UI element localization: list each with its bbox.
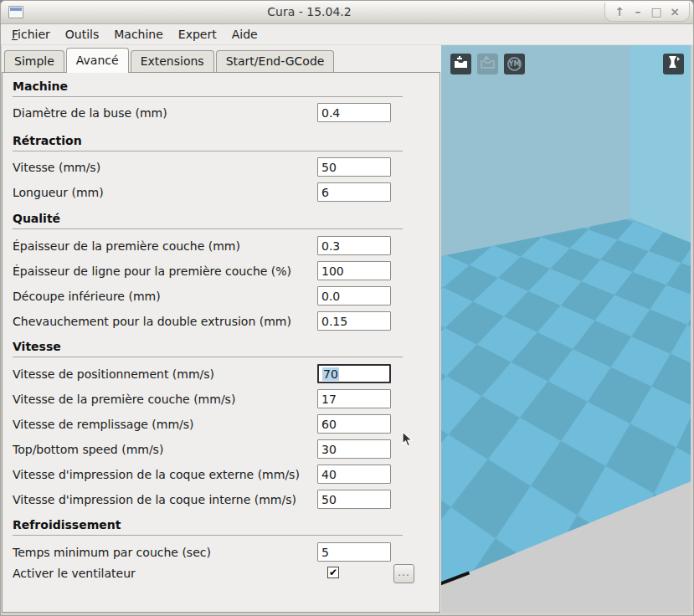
share-youmagine-button[interactable]: YM [504,54,525,74]
tab-extensions[interactable]: Extensions [131,50,214,72]
load-model-button[interactable] [450,54,471,74]
section-divider [13,96,403,97]
section-title-machine: Machine [13,80,68,93]
menu-aide[interactable]: Aide [224,26,265,43]
section-divider [13,357,403,357]
bottom-layer-speed-input[interactable] [317,389,391,408]
menu-bar: Fichier Outils Machine Expert Aide [1,24,693,45]
title-bar[interactable]: Cura - 15.04.2 ↑ – □ × [1,1,693,24]
section-title-qualite: Qualité [13,212,60,225]
section-title-vitesse: Vitesse [13,340,61,353]
section-divider [13,151,403,151]
label-infill-speed: Vitesse de remplissage (mm/s) [13,418,194,431]
inner-shell-speed-input[interactable] [317,490,391,509]
label-dual-extrusion-overlap: Chevauchement pour la double extrusion (… [13,315,291,328]
label-topbottom-speed: Top/bottom speed (mm/s) [13,443,163,456]
nozzle-diameter-input[interactable] [317,103,391,122]
label-enable-fan: Activer le ventilateur [13,567,136,580]
outer-shell-speed-input[interactable] [317,465,391,484]
window-controls: ↑ – □ × [604,3,690,22]
label-initial-layer-thickness: Épaisseur de la première couche (mm) [13,239,240,253]
maximize-button[interactable]: □ [647,5,666,18]
menu-fichier[interactable]: Fichier [4,26,58,43]
tab-avance[interactable]: Avancé [66,48,129,73]
label-retraction-length: Longueur (mm) [13,186,104,199]
label-minimal-layer-time: Temps minimum par couche (sec) [13,546,211,559]
label-initial-layer-line-width: Épaisseur de ligne pour la première couc… [13,264,291,278]
section-divider [13,228,403,229]
retraction-length-input[interactable] [317,182,391,202]
label-retraction-speed: Vitesse (mm/s) [13,161,100,174]
view-mode-icon [666,54,681,74]
selected-text: 70 [322,367,339,381]
load-model-icon [453,54,469,74]
label-bottom-layer-speed: Vitesse de la première couche (mm/s) [13,393,235,406]
youmagine-icon: YM [507,57,522,71]
menu-machine[interactable]: Machine [106,26,171,43]
tab-start-end-gcode[interactable]: Start/End-GCode [216,50,335,72]
section-title-retraction: Rétraction [13,134,82,147]
retraction-speed-input[interactable] [317,157,391,177]
viewport-3d[interactable]: YM [441,45,691,613]
infill-speed-input[interactable] [317,414,391,434]
menu-outils[interactable]: Outils [58,26,106,43]
menu-expert[interactable]: Expert [171,26,224,43]
minimize-button[interactable]: – [629,5,647,18]
label-cut-off-bottom: Découpe inférieure (mm) [13,290,161,303]
view-mode-button[interactable] [663,54,684,74]
label-nozzle-diameter: Diamètre de la buse (mm) [13,106,167,120]
enable-fan-checkbox[interactable]: ✔ [327,567,339,578]
tab-strip: Simple Avancé Extensions Start/End-GCode [2,45,441,72]
tab-simple[interactable]: Simple [4,50,64,72]
shade-button[interactable]: ↑ [610,5,629,18]
menu-fichier-accel: F [12,28,18,41]
initial-layer-line-width-input[interactable] [317,261,391,280]
menu-fichier-rest: ichier [18,28,50,41]
section-title-refroidissement: Refroidissement [13,518,121,531]
window-title: Cura - 15.04.2 [1,5,618,18]
cura-window: Cura - 15.04.2 ↑ – □ × Fichier Outils Ma… [0,0,694,616]
cut-off-bottom-input[interactable] [317,286,391,305]
topbottom-speed-input[interactable] [317,439,391,459]
mouse-cursor [402,431,413,451]
label-inner-shell-speed: Vitesse d'impression de la coque interne… [13,493,296,506]
label-travel-speed: Vitesse de positionnement (mm/s) [13,367,214,381]
initial-layer-thickness-input[interactable] [317,236,391,255]
minimal-layer-time-input[interactable] [317,542,391,562]
main-content: Simple Avancé Extensions Start/End-GCode… [2,45,691,613]
settings-panel: Machine Diamètre de la buse (mm) Rétract… [2,72,440,613]
travel-speed-input[interactable]: 70 [317,364,391,383]
close-button[interactable]: × [666,5,684,18]
dual-extrusion-overlap-input[interactable] [317,311,391,331]
settings-side: Simple Avancé Extensions Start/End-GCode… [2,45,441,613]
print-toolpath-button [477,54,498,74]
section-divider [13,535,403,536]
label-outer-shell-speed: Vitesse d'impression de la coque externe… [13,468,300,481]
print-toolpath-icon [480,54,496,74]
fan-settings-more-button[interactable]: ... [393,564,414,583]
